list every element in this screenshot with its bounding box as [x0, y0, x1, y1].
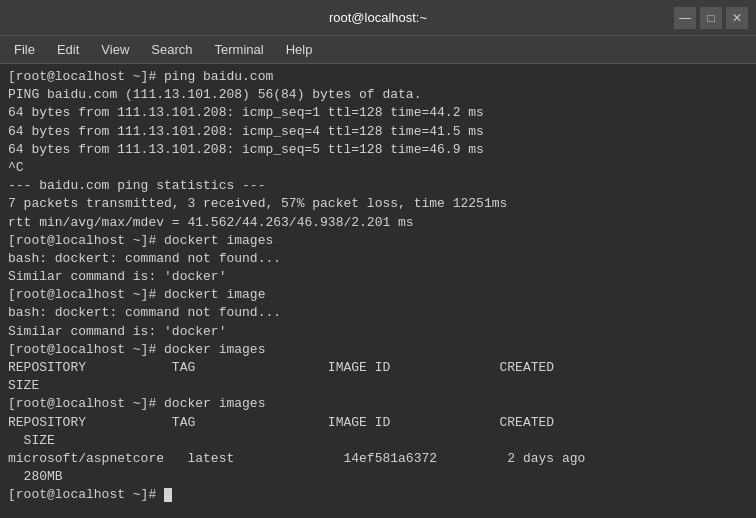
- menu-search[interactable]: Search: [141, 40, 202, 59]
- line-12: Similar command is: 'docker': [8, 268, 748, 286]
- line-13: [root@localhost ~]# dockert image: [8, 286, 748, 304]
- terminal-content[interactable]: [root@localhost ~]# ping baidu.com PING …: [0, 64, 756, 518]
- line-14: bash: dockert: command not found...: [8, 304, 748, 322]
- menu-file[interactable]: File: [4, 40, 45, 59]
- menu-help[interactable]: Help: [276, 40, 323, 59]
- line-16: [root@localhost ~]# docker images: [8, 341, 748, 359]
- terminal-window: root@localhost:~ — □ ✕ File Edit View Se…: [0, 0, 756, 518]
- line-4: 64 bytes from 111.13.101.208: icmp_seq=4…: [8, 123, 748, 141]
- line-19: [root@localhost ~]# docker images: [8, 395, 748, 413]
- cursor: [164, 488, 172, 502]
- line-9: rtt min/avg/max/mdev = 41.562/44.263/46.…: [8, 214, 748, 232]
- line-3: 64 bytes from 111.13.101.208: icmp_seq=1…: [8, 104, 748, 122]
- line-21: SIZE: [8, 432, 748, 450]
- line-15: Similar command is: 'docker': [8, 323, 748, 341]
- minimize-button[interactable]: —: [674, 7, 696, 29]
- line-2: PING baidu.com (111.13.101.208) 56(84) b…: [8, 86, 748, 104]
- line-24: [root@localhost ~]#: [8, 486, 748, 504]
- line-1: [root@localhost ~]# ping baidu.com: [8, 68, 748, 86]
- window-controls: — □ ✕: [674, 0, 748, 35]
- line-7: --- baidu.com ping statistics ---: [8, 177, 748, 195]
- line-18: SIZE: [8, 377, 748, 395]
- menu-terminal[interactable]: Terminal: [205, 40, 274, 59]
- menu-edit[interactable]: Edit: [47, 40, 89, 59]
- menu-view[interactable]: View: [91, 40, 139, 59]
- line-10: [root@localhost ~]# dockert images: [8, 232, 748, 250]
- window-title: root@localhost:~: [329, 10, 427, 25]
- line-22: microsoft/aspnetcore latest 14ef581a6372…: [8, 450, 748, 468]
- line-11: bash: dockert: command not found...: [8, 250, 748, 268]
- title-bar: root@localhost:~ — □ ✕: [0, 0, 756, 36]
- maximize-button[interactable]: □: [700, 7, 722, 29]
- line-5: 64 bytes from 111.13.101.208: icmp_seq=5…: [8, 141, 748, 159]
- line-17: REPOSITORY TAG IMAGE ID CREATED: [8, 359, 748, 377]
- line-20: REPOSITORY TAG IMAGE ID CREATED: [8, 414, 748, 432]
- line-8: 7 packets transmitted, 3 received, 57% p…: [8, 195, 748, 213]
- line-6: ^C: [8, 159, 748, 177]
- close-button[interactable]: ✕: [726, 7, 748, 29]
- line-23: 280MB: [8, 468, 748, 486]
- menu-bar: File Edit View Search Terminal Help: [0, 36, 756, 64]
